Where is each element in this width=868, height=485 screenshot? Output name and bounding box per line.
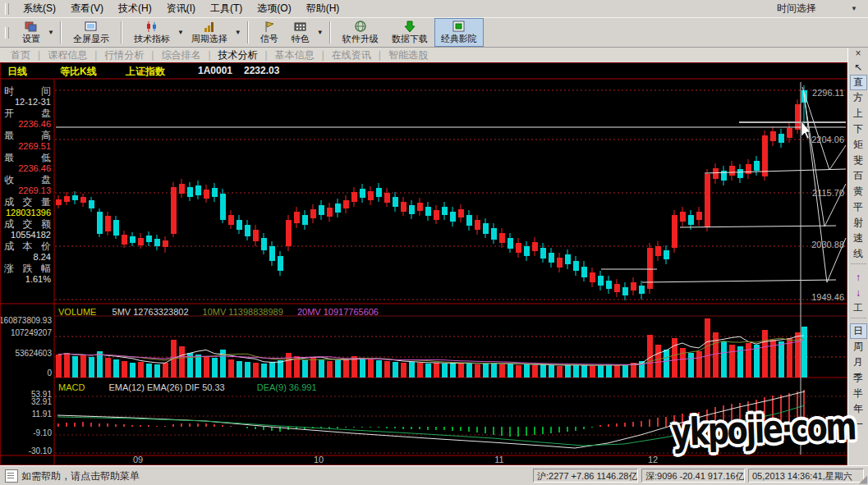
macd-caption-row: MACD EMA(12) EMA(26) DIF 50.33 DEA(9) 36… — [58, 382, 317, 392]
period-quarter[interactable]: 季 — [850, 370, 867, 386]
watermark: ykpojie·com — [671, 404, 856, 455]
toolbar-button-特色[interactable]: 特色 — [285, 18, 316, 47]
help-doc-icon — [5, 469, 18, 483]
period-week[interactable]: 周 — [850, 339, 867, 355]
menu-item-5[interactable]: 选项(O) — [250, 0, 298, 17]
tool-speed-line[interactable]: 速 — [850, 231, 867, 246]
toolbar-button-label: 特色 — [292, 33, 310, 45]
period-month[interactable]: 月 — [850, 355, 867, 370]
main-toolbar: 设置▼全屏显示技术指标▼周期选择▼信号特色▼软件升级数据下载经典影院 — [0, 18, 868, 48]
toolbar-button-label: 设置 — [22, 33, 40, 45]
svg-text:10: 10 — [314, 455, 324, 464]
toolbar-separator — [60, 21, 62, 43]
svg-text:-30.10: -30.10 — [29, 446, 53, 455]
menu-items: 系统(S)查看(V)技术(H)资讯(I)工具(T)选项(O)帮助(H) — [16, 0, 347, 17]
svg-text:2115.70: 2115.70 — [812, 188, 844, 198]
svg-text:32.91: 32.91 — [31, 397, 52, 406]
download-icon — [403, 21, 416, 33]
toolbar-button-全屏显示[interactable]: 全屏显示 — [67, 18, 116, 47]
period-day[interactable]: 日 — [850, 323, 867, 339]
menu-item-3[interactable]: 资讯(I) — [159, 0, 203, 17]
svg-text:0: 0 — [47, 368, 52, 377]
menu-bar: 系统(S)查看(V)技术(H)资讯(I)工具(T)选项(O)帮助(H) 时间选择… — [0, 0, 868, 18]
tool-up-channel[interactable]: 上 — [850, 106, 867, 121]
tab-bar: 首页|课程信息|行情分析|综合排名|技术分析|基本信息|在线资讯|智能选股 — [0, 48, 847, 62]
tool-golden-section[interactable]: 黄 — [850, 184, 867, 199]
close-icon[interactable]: × — [850, 48, 867, 59]
toolbar-button-经典影院[interactable]: 经典影院 — [434, 18, 484, 47]
chevron-down-icon: ▼ — [851, 5, 857, 12]
chart-canvas[interactable]: 2296.112204.062115.702030.881949.4616087… — [1, 63, 847, 464]
tool-down-channel[interactable]: 下 — [850, 121, 867, 137]
menu-item-2[interactable]: 技术(H) — [111, 0, 159, 17]
tool-box[interactable]: 方 — [850, 90, 867, 106]
dropdown-arrow-icon[interactable]: ▼ — [235, 29, 241, 36]
toolbar-button-软件升级[interactable]: 软件升级 — [336, 18, 385, 47]
toolbar-button-label: 全屏显示 — [73, 33, 109, 45]
toolbar-button-label: 技术指标 — [134, 33, 170, 45]
tab-首页[interactable]: 首页 — [3, 48, 38, 62]
clock-panel: 05,2013 14:36:41,星期六 — [748, 469, 864, 483]
tool-straight-line[interactable]: 直 — [850, 75, 867, 90]
tool-percent[interactable]: 百 — [850, 168, 867, 184]
volume-ma5: 5MV 12763323802 — [113, 307, 189, 317]
toolbar-button-label: 数据下载 — [392, 33, 428, 45]
svg-text:09: 09 — [133, 455, 143, 464]
dropdown-arrow-icon[interactable]: ▼ — [317, 29, 324, 36]
trading-app-window: 系统(S)查看(V)技术(H)资讯(I)工具(T)选项(O)帮助(H) 时间选择… — [0, 0, 868, 485]
toolbar-buttons: 设置▼全屏显示技术指标▼周期选择▼信号特色▼软件升级数据下载经典影院 — [16, 18, 484, 47]
tool-ray[interactable]: 射 — [850, 215, 867, 231]
dropdown-arrow-icon[interactable]: ▼ — [177, 29, 184, 36]
down-arrow-tool[interactable]: ↓ — [850, 285, 867, 300]
svg-text:-9.10: -9.10 — [33, 428, 52, 437]
period-half-year[interactable]: 半 — [850, 386, 867, 401]
tab-基本信息[interactable]: 基本信息 — [268, 48, 322, 62]
menu-item-6[interactable]: 帮助(H) — [299, 0, 347, 17]
toolbar-divider — [851, 318, 866, 322]
tab-技术分析[interactable]: 技术分析 — [211, 48, 265, 62]
tab-在线资讯[interactable]: 在线资讯 — [324, 48, 379, 62]
tool-misc[interactable]: 工 — [850, 300, 867, 316]
toolbar-button-信号[interactable]: 信号 — [254, 18, 285, 47]
toolbar-button-技术指标[interactable]: 技术指标 — [127, 18, 177, 47]
resize-grip[interactable]: ◢ — [859, 474, 867, 484]
tool-rectangle[interactable]: 矩 — [850, 137, 867, 153]
toolbar-grip-2[interactable] — [5, 27, 9, 39]
time-select-label: 时间选择 — [742, 2, 851, 16]
tab-智能选股[interactable]: 智能选股 — [381, 48, 435, 62]
tool-trend-line[interactable]: 线 — [850, 246, 867, 262]
menu-item-0[interactable]: 系统(S) — [16, 0, 63, 17]
toolbar-button-周期选择[interactable]: 周期选择 — [185, 18, 234, 47]
macd-dea: DEA(9) 36.991 — [257, 382, 317, 392]
sh-index-panel: 沪:2277 +7.86 1146.28亿 — [533, 469, 638, 483]
tab-课程信息[interactable]: 课程信息 — [40, 48, 94, 62]
up-arrow-tool[interactable]: ↑ — [850, 269, 867, 285]
drawing-toolbar: ×↖直方上下矩斐百黄平射速线↑↓工日周月季半年一 — [847, 48, 868, 465]
toolbar-grip[interactable] — [5, 3, 9, 15]
tool-fibonacci[interactable]: 斐 — [850, 153, 867, 168]
status-help-text: 如需帮助，请点击帮助菜单 — [21, 469, 140, 483]
chart-region: 日线 等比K线 上证指数 1A0001 2232.03 时间12-12-31开盘… — [0, 62, 847, 465]
menu-item-4[interactable]: 工具(T) — [203, 0, 250, 17]
tab-综合排名[interactable]: 综合排名 — [154, 48, 208, 62]
signal-icon — [263, 21, 276, 33]
svg-text:1949.46: 1949.46 — [811, 292, 844, 302]
svg-text:2204.06: 2204.06 — [811, 135, 844, 144]
volume-ma20: 20MV 10917765606 — [297, 307, 379, 317]
toolbar-button-label: 软件升级 — [342, 33, 379, 45]
toolbar-button-label: 信号 — [260, 33, 278, 45]
time-select-dropdown[interactable]: 时间选择 ▼ — [738, 2, 861, 16]
toolbar-separator — [329, 21, 331, 43]
svg-text:11: 11 — [494, 455, 503, 464]
toolbar-button-数据下载[interactable]: 数据下载 — [385, 18, 434, 47]
period-icon — [203, 21, 216, 33]
tab-行情分析[interactable]: 行情分析 — [97, 48, 151, 62]
toolbar-separator — [247, 21, 249, 43]
toolbar-button-设置[interactable]: 设置 — [16, 18, 47, 47]
menu-item-1[interactable]: 查看(V) — [63, 0, 111, 17]
feature-icon — [294, 21, 307, 33]
pointer-tool[interactable]: ↖ — [850, 59, 867, 75]
volume-caption: VOLUME — [58, 307, 96, 317]
dropdown-arrow-icon[interactable]: ▼ — [48, 29, 54, 36]
tool-parallel-line[interactable]: 平 — [850, 199, 867, 215]
